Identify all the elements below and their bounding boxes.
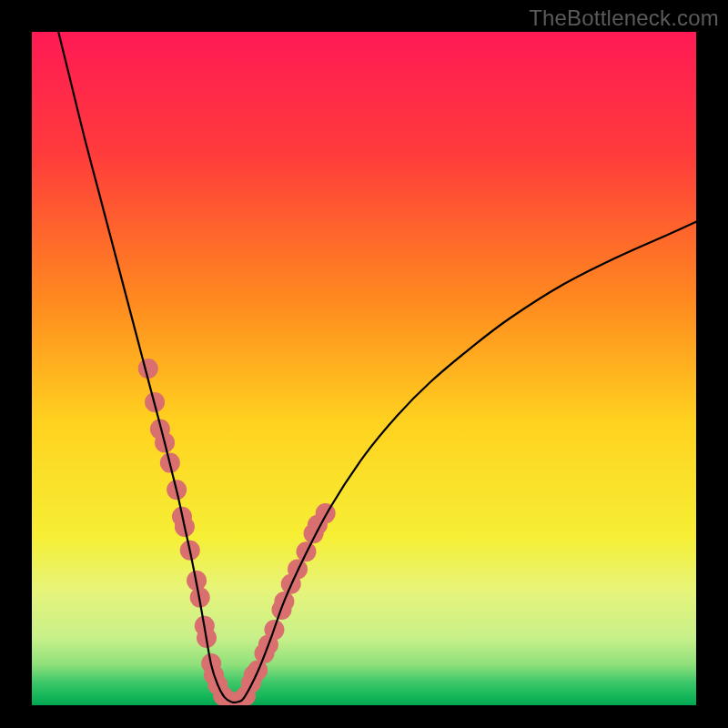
watermark-text: TheBottleneck.com [529, 5, 719, 31]
gradient-background [32, 32, 696, 705]
chart-container: TheBottleneck.com [0, 0, 728, 728]
chart-svg [0, 0, 728, 728]
data-marker [138, 359, 158, 379]
data-marker [316, 503, 336, 523]
